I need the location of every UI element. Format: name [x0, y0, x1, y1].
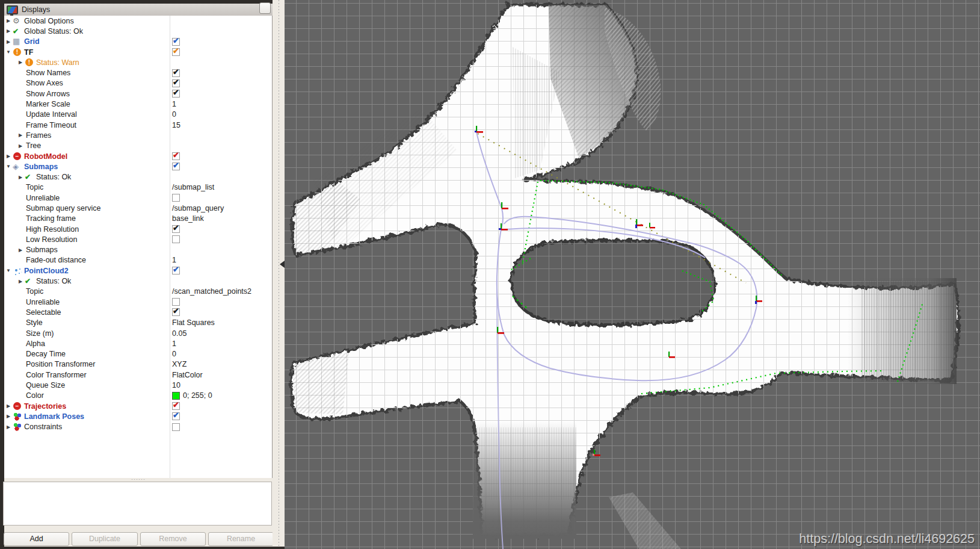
chevron-down-icon[interactable]: ▼: [4, 164, 13, 169]
checkbox[interactable]: ✔: [172, 267, 180, 274]
chevron-right-icon[interactable]: ▶: [16, 175, 25, 180]
chevron-right-icon[interactable]: ▶: [4, 28, 13, 34]
property-value: ✔: [172, 37, 180, 47]
collapse-panel-icon[interactable]: [280, 261, 285, 268]
tree-row-display-constraints[interactable]: ▶Constraints: [4, 422, 272, 432]
tree-row-display-submaps[interactable]: ▼◈Submaps✔: [4, 161, 272, 172]
checkbox[interactable]: ✔: [172, 402, 180, 410]
checkbox[interactable]: ✔: [172, 152, 180, 160]
chevron-right-icon[interactable]: ▶: [4, 39, 13, 45]
tree-row-label: Status: Ok: [36, 173, 71, 181]
tree-row-pc2-selectable[interactable]: Selectable✔: [4, 307, 272, 317]
tree-row-submaps-status[interactable]: ▶✔Status: Ok: [4, 172, 272, 182]
add-button[interactable]: Add: [4, 532, 69, 546]
displays-tree[interactable]: ▶⚙Global Options▶✔Global Status: Ok▶▦Gri…: [4, 16, 273, 478]
remove-button[interactable]: Remove: [140, 532, 206, 546]
checkbox[interactable]: [172, 298, 180, 306]
check-icon: ✔: [13, 27, 23, 36]
tree-row-submaps-high-res[interactable]: High Resolution✔: [4, 224, 272, 234]
chevron-right-icon[interactable]: ▶: [4, 18, 13, 23]
tree-row-label: Alpha: [26, 340, 45, 348]
window-border-bottom: [0, 547, 285, 549]
checkbox[interactable]: [172, 423, 180, 431]
checkbox[interactable]: ✔: [172, 38, 180, 46]
tree-row-submaps-topic[interactable]: Topic/submap_list: [4, 182, 272, 193]
checkbox[interactable]: ✔: [172, 90, 180, 98]
displays-panel-titlebar[interactable]: Displays: [4, 4, 273, 16]
tree-row-submaps-submaps[interactable]: ▶Submaps: [4, 245, 272, 255]
tree-row-tf-show-arrows[interactable]: Show Arrows✔: [4, 88, 272, 99]
chevron-right-icon[interactable]: ▶: [16, 143, 25, 149]
chevron-right-icon[interactable]: ▶: [4, 414, 13, 419]
tree-row-pc2-alpha[interactable]: Alpha1: [4, 338, 272, 349]
chevron-right-icon[interactable]: ▶: [4, 424, 13, 430]
tree-row-pc2-style[interactable]: StyleFlat Squares: [4, 318, 272, 328]
tree-row-pc2-queue-size[interactable]: Queue Size10: [4, 380, 272, 390]
rename-button[interactable]: Rename: [208, 532, 274, 546]
panel-float-button[interactable]: [259, 2, 271, 14]
check-icon: ✔: [25, 277, 35, 285]
property-value: /scan_matched_points2: [172, 287, 251, 297]
property-value: ✔: [172, 88, 180, 99]
chevron-right-icon[interactable]: ▶: [16, 60, 25, 65]
chevron-right-icon[interactable]: ▶: [16, 279, 25, 284]
color-swatch[interactable]: [172, 392, 180, 400]
chevron-right-icon[interactable]: ▶: [4, 403, 13, 409]
tree-row-tf-tree[interactable]: ▶Tree: [4, 141, 272, 151]
checkbox[interactable]: ✔: [172, 163, 180, 170]
tree-row-display-landmark-poses[interactable]: ▶Landmark Poses✔: [4, 411, 272, 421]
chevron-right-icon[interactable]: ▶: [16, 132, 25, 138]
tree-row-pc2-decay[interactable]: Decay Time0: [4, 349, 272, 359]
tree-row-submaps-fadeout[interactable]: Fade-out distance1: [4, 255, 272, 265]
tree-row-display-robotmodel[interactable]: ▶−RobotModel✔: [4, 151, 272, 161]
chevron-down-icon[interactable]: ▼: [4, 49, 13, 55]
checkbox[interactable]: ✔: [172, 48, 180, 56]
tree-row-tf-frames[interactable]: ▶Frames: [4, 130, 272, 140]
tree-row-pc2-size[interactable]: Size (m)0.05: [4, 328, 272, 338]
property-value: Flat Squares: [172, 318, 215, 328]
tree-row-tf-status[interactable]: ▶!Status: Warn: [4, 57, 272, 67]
tree-row-pc2-unreliable[interactable]: Unreliable: [4, 297, 272, 307]
tree-row-label: Tree: [26, 141, 41, 150]
tree-row-display-trajectories[interactable]: ▶−Trajectories✔: [4, 401, 272, 411]
checkbox[interactable]: [172, 194, 180, 202]
tree-row-display-tf[interactable]: ▼!TF✔: [4, 47, 272, 57]
tree-row-global-options[interactable]: ▶⚙Global Options: [4, 16, 272, 26]
grid-icon: ▦: [13, 37, 23, 46]
tree-row-pc2-color[interactable]: Color0; 255; 0: [4, 391, 272, 401]
tree-row-label: Topic: [26, 287, 43, 296]
tree-row-submaps-low-res[interactable]: Low Resolution: [4, 234, 272, 244]
tree-row-submaps-query-service[interactable]: Submap query service/submap_query: [4, 203, 272, 213]
checkbox[interactable]: ✔: [172, 69, 180, 77]
vertical-splitter[interactable]: [279, 0, 279, 547]
tree-row-global-status[interactable]: ▶✔Global Status: Ok: [4, 26, 272, 36]
property-value: 0; 255; 0: [172, 391, 212, 401]
tree-row-display-pointcloud2[interactable]: ▼PointCloud2✔: [4, 265, 272, 276]
tree-row-tf-show-names[interactable]: Show Names✔: [4, 67, 272, 78]
tree-row-label: Selectable: [26, 308, 61, 317]
checkbox[interactable]: ✔: [172, 308, 180, 316]
checkbox[interactable]: ✔: [172, 412, 180, 420]
duplicate-button[interactable]: Duplicate: [72, 532, 138, 546]
tree-row-tf-show-axes[interactable]: Show Axes✔: [4, 78, 272, 88]
tree-row-submaps-unreliable[interactable]: Unreliable: [4, 193, 272, 203]
property-value: ✔: [172, 67, 180, 78]
tree-row-tf-marker-scale[interactable]: Marker Scale1: [4, 99, 272, 109]
checkbox[interactable]: [172, 235, 180, 243]
warn-icon: !: [25, 58, 35, 67]
tree-row-label: Submap query service: [26, 204, 100, 212]
tree-row-pc2-topic[interactable]: Topic/scan_matched_points2: [4, 287, 272, 297]
checkbox[interactable]: ✔: [172, 225, 180, 233]
tree-row-submaps-tracking-frame[interactable]: Tracking framebase_link: [4, 214, 272, 224]
tree-row-pc2-pos-transformer[interactable]: Position TransformerXYZ: [4, 359, 272, 370]
tree-row-tf-frame-timeout[interactable]: Frame Timeout15: [4, 120, 272, 130]
tree-row-display-grid[interactable]: ▶▦Grid✔: [4, 37, 272, 47]
checkbox[interactable]: ✔: [172, 79, 180, 87]
chevron-right-icon[interactable]: ▶: [4, 154, 13, 159]
3d-viewport[interactable]: https://blog.csdn.net/li4692625 https://…: [285, 0, 980, 549]
tree-row-pc2-color-transformer[interactable]: Color TransformerFlatColor: [4, 370, 272, 380]
chevron-right-icon[interactable]: ▶: [16, 247, 25, 253]
chevron-down-icon[interactable]: ▼: [4, 268, 13, 273]
tree-row-pc2-status[interactable]: ▶✔Status: Ok: [4, 276, 272, 286]
tree-row-tf-update-interval[interactable]: Update Interval0: [4, 110, 272, 120]
